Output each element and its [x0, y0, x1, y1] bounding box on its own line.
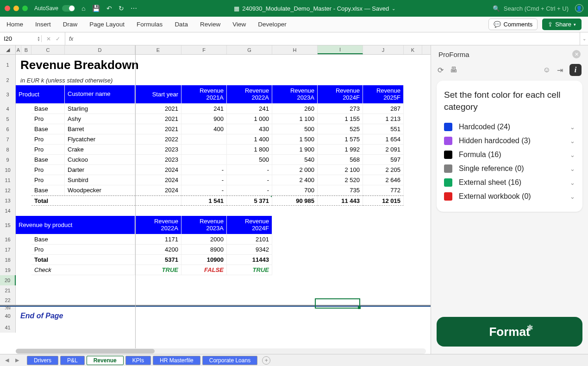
cell[interactable]: Total [31, 196, 135, 206]
cell[interactable] [16, 285, 415, 296]
cell[interactable]: Revenue 2022A [227, 85, 272, 104]
cell[interactable] [318, 216, 363, 234]
cell[interactable]: 1 800 [227, 145, 272, 155]
ribbon-tab-formulas[interactable]: Formulas [137, 17, 163, 32]
cell[interactable]: 1 992 [318, 145, 363, 155]
ribbon-tab-page-layout[interactable]: Page Layout [89, 17, 125, 32]
cell[interactable]: 10900 [181, 255, 227, 265]
chevron-down-icon[interactable]: ⌄ [570, 179, 575, 186]
row-header[interactable]: 1 [0, 55, 16, 75]
cell[interactable]: 4200 [135, 245, 181, 255]
export-icon[interactable]: ⇥ [557, 66, 563, 75]
cell[interactable]: 11443 [227, 255, 272, 265]
cell[interactable]: 260 [272, 104, 318, 114]
cell[interactable] [404, 245, 422, 255]
row-header[interactable]: 11 [0, 175, 16, 185]
cell[interactable] [404, 196, 422, 206]
column-header-E[interactable]: E [135, 45, 181, 54]
sheet-tab-p&l[interactable]: P&L [60, 356, 85, 365]
chevron-down-icon[interactable]: ⌄ [570, 124, 575, 131]
save-icon[interactable]: 💾 [92, 5, 100, 12]
face-icon[interactable]: ☺ [543, 66, 550, 74]
cell[interactable] [16, 145, 31, 155]
column-header-F[interactable]: F [181, 45, 227, 54]
cell[interactable]: 2 205 [363, 165, 404, 175]
cell[interactable]: Revenue by product [16, 216, 135, 234]
cell[interactable]: 1171 [135, 234, 181, 245]
chevron-down-icon[interactable]: ⌄ [570, 193, 575, 200]
cell[interactable]: - [227, 185, 272, 196]
cell[interactable]: 525 [318, 124, 363, 134]
cell[interactable] [363, 255, 404, 265]
cell[interactable]: Product [16, 85, 65, 104]
column-header-D[interactable]: D [65, 45, 135, 54]
enter-icon[interactable]: ✓ [56, 36, 60, 42]
chevron-down-icon[interactable]: ⌄ [570, 165, 575, 172]
page-title[interactable]: Revenue Breakdown [16, 55, 410, 75]
autosave-toggle[interactable]: AutoSave [34, 5, 75, 12]
column-header-B[interactable]: B [21, 45, 31, 54]
horizontal-scrollbar[interactable] [16, 348, 426, 354]
comments-button[interactable]: 💬 Comments [488, 19, 538, 30]
cell[interactable] [16, 234, 31, 245]
color-swatch[interactable] [444, 192, 452, 201]
cell[interactable]: 2021 [135, 104, 181, 114]
cell[interactable] [318, 265, 363, 275]
cell[interactable]: 9342 [227, 245, 272, 255]
maximize-window-icon[interactable] [22, 6, 28, 11]
cell[interactable] [363, 245, 404, 255]
cell[interactable]: 430 [227, 124, 272, 134]
cell[interactable]: Base [31, 185, 65, 196]
name-box[interactable]: I20 ▲▼ [0, 35, 42, 42]
row-header[interactable]: 20 [0, 275, 16, 285]
toggle-icon[interactable] [62, 5, 75, 12]
row-header[interactable]: 13 [0, 196, 16, 206]
cell[interactable] [272, 245, 318, 255]
cell[interactable]: 1 400 [227, 134, 272, 145]
cell[interactable] [404, 265, 422, 275]
cell[interactable] [404, 185, 422, 196]
ribbon-tab-home[interactable]: Home [6, 17, 23, 32]
cell[interactable]: Barret [65, 124, 135, 134]
column-header-A[interactable]: A [16, 45, 21, 54]
column-header-H[interactable]: H [272, 45, 318, 54]
cell[interactable]: in EUR k (unless stated otherwise) [16, 75, 410, 85]
sheet-tab-revenue[interactable]: Revenue [87, 356, 124, 365]
cell[interactable]: Pro [31, 134, 65, 145]
row-header[interactable]: 21 [0, 285, 16, 296]
cell[interactable] [363, 234, 404, 245]
cell[interactable]: Cuckoo [65, 155, 135, 165]
cell[interactable]: Crake [65, 145, 135, 155]
cell[interactable] [181, 145, 227, 155]
cell[interactable]: Check [31, 265, 135, 275]
cell[interactable]: 2101 [227, 234, 272, 245]
fx-label[interactable]: fx [65, 36, 77, 42]
cell[interactable] [16, 255, 31, 265]
row-header[interactable]: 7 [0, 134, 16, 145]
cell[interactable] [318, 245, 363, 255]
row-header[interactable]: 9 [0, 155, 16, 165]
cell[interactable]: 287 [363, 104, 404, 114]
cell[interactable] [272, 255, 318, 265]
cell[interactable]: Customer name [65, 85, 135, 104]
row-header[interactable]: 19 [0, 265, 16, 275]
row-header[interactable]: 40 [0, 309, 16, 322]
cell[interactable]: Revenue 2023A [272, 85, 318, 104]
ribbon-tab-view[interactable]: View [232, 17, 246, 32]
sheet-tab-drivers[interactable]: Drivers [27, 356, 58, 365]
cell[interactable] [404, 134, 422, 145]
cell[interactable]: 1 575 [318, 134, 363, 145]
cell[interactable]: 11 443 [318, 196, 363, 206]
color-swatch[interactable] [444, 178, 452, 187]
cell[interactable] [135, 196, 181, 206]
row-header[interactable]: 4 [0, 104, 16, 114]
minimize-window-icon[interactable] [13, 6, 19, 11]
cell[interactable]: 700 [272, 185, 318, 196]
cell[interactable]: 2023 [135, 145, 181, 155]
cell[interactable]: - [227, 165, 272, 175]
cell[interactable]: 1 213 [363, 114, 404, 124]
redo-icon[interactable]: ↻ [119, 5, 124, 12]
home-icon[interactable]: ⌂ [81, 5, 85, 12]
ribbon-tab-draw[interactable]: Draw [63, 17, 78, 32]
cell[interactable] [318, 255, 363, 265]
